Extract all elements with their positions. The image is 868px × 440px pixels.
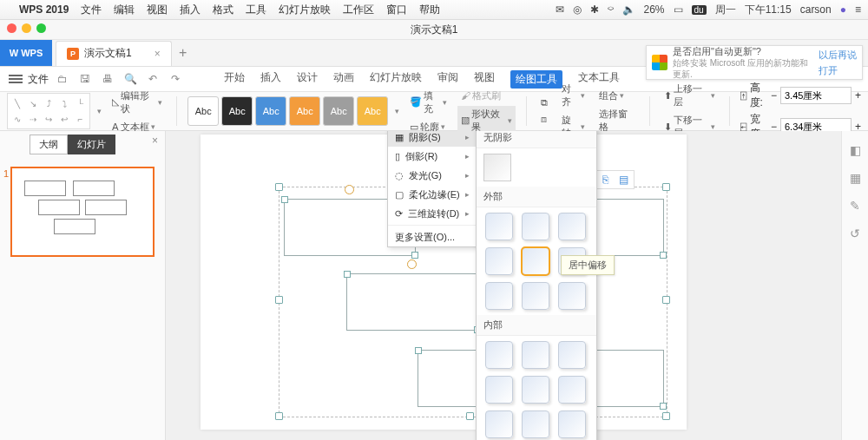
style-preset-2[interactable]: Abc	[221, 96, 253, 126]
tab-view[interactable]: 视图	[474, 70, 495, 89]
menu-file[interactable]: 文件	[81, 3, 102, 17]
menu-format[interactable]: 格式	[213, 3, 233, 17]
menu-3d-rotation[interactable]: ⟳三维旋转(D)▸	[388, 204, 477, 223]
group-icon-button[interactable]: ⧉	[537, 95, 551, 110]
airplay-icon[interactable]: ◎	[573, 3, 582, 16]
banner-open-button[interactable]: 打开	[819, 64, 857, 77]
volume-icon[interactable]: 🔈	[622, 3, 635, 16]
save-icon[interactable]: 🖫	[76, 70, 94, 88]
shape-rect[interactable]	[346, 273, 478, 331]
shadow-preset[interactable]	[485, 410, 513, 438]
align-button[interactable]: 对齐▾	[558, 81, 589, 110]
shadow-preset[interactable]	[485, 341, 513, 369]
shape-rect[interactable]	[593, 350, 664, 407]
no-shadow-option[interactable]	[483, 154, 511, 181]
battery-icon[interactable]: ▭	[674, 3, 683, 16]
preview-icon[interactable]: 🔍	[122, 70, 139, 88]
zoom-window-button[interactable]	[36, 23, 46, 33]
shadow-preset[interactable]	[558, 410, 586, 438]
file-menu[interactable]: 文件	[28, 72, 49, 87]
height-increment-button[interactable]: +	[855, 89, 861, 102]
slide-canvas[interactable]: ⊞ ≋ ⎘ ▤ ▦阴影(S)▸ ▯倒影(R)▸ ◌发光(G)▸ ▢柔化边缘(E)…	[166, 131, 841, 440]
menu-help[interactable]: 帮助	[419, 3, 440, 17]
shadow-preset[interactable]	[522, 213, 549, 240]
ungroup-icon-button[interactable]: ⧈	[537, 112, 551, 127]
shadow-preset[interactable]	[558, 341, 586, 369]
shape-style-gallery[interactable]: Abc Abc Abc Abc Abc Abc	[187, 96, 388, 126]
properties-icon[interactable]: ◧	[850, 143, 861, 157]
fill-button[interactable]: 🪣填充▾	[406, 88, 450, 117]
document-tab[interactable]: P 演示文稿1 ×	[56, 41, 172, 66]
slide-thumbnail[interactable]: 1	[10, 167, 155, 257]
wps-home-tab[interactable]: W WPS	[0, 40, 52, 66]
comments-icon[interactable]: ✎	[850, 199, 860, 213]
wechat-icon[interactable]: ✉	[556, 3, 564, 16]
print-icon[interactable]: 🖶	[99, 70, 116, 88]
undo-icon[interactable]: ↶	[144, 70, 161, 88]
app-menu-icon[interactable]	[9, 75, 23, 83]
tool-icon[interactable]: ▤	[619, 174, 628, 186]
shadow-preset[interactable]	[522, 282, 549, 310]
menu-shadow[interactable]: ▦阴影(S)▸	[388, 131, 477, 147]
shadow-preset[interactable]	[485, 376, 513, 404]
style-gallery-more-icon[interactable]: ▾	[395, 107, 399, 115]
style-preset-5[interactable]: Abc	[323, 96, 354, 126]
outline-tab[interactable]: 大纲	[30, 135, 68, 154]
menu-view[interactable]: 视图	[147, 3, 168, 17]
new-tab-button[interactable]: +	[172, 45, 194, 61]
style-preset-1[interactable]: Abc	[187, 96, 219, 126]
height-input[interactable]	[780, 87, 852, 104]
height-decrement-button[interactable]: −	[771, 89, 777, 102]
banner-later-button[interactable]: 以后再说	[819, 49, 857, 62]
menu-more-settings[interactable]: 更多设置(O)...	[388, 227, 477, 246]
menu-reflection[interactable]: ▯倒影(R)▸	[388, 147, 477, 166]
slides-tab[interactable]: 幻灯片	[68, 135, 115, 154]
tab-slideshow[interactable]: 幻灯片放映	[370, 70, 422, 89]
shadow-preset[interactable]	[558, 213, 586, 240]
redo-icon[interactable]: ↷	[167, 70, 184, 88]
tab-home[interactable]: 开始	[224, 70, 245, 89]
shadow-preset[interactable]	[558, 282, 586, 310]
animation-pane-icon[interactable]: ▦	[850, 171, 861, 185]
shadow-preset[interactable]	[522, 410, 549, 438]
format-painter-button[interactable]: 🖌格式刷	[457, 88, 516, 104]
menu-extra-icon[interactable]: ≡	[855, 3, 861, 16]
tab-insert[interactable]: 插入	[260, 70, 281, 89]
tab-review[interactable]: 审阅	[437, 70, 458, 89]
tool-icon[interactable]: ⎘	[602, 174, 608, 186]
shadow-preset-center[interactable]	[522, 247, 549, 275]
panel-close-button[interactable]: ×	[152, 135, 158, 147]
menu-edit[interactable]: 编辑	[114, 3, 135, 17]
shadow-preset[interactable]	[522, 341, 549, 369]
close-window-button[interactable]	[7, 23, 16, 33]
bluetooth-icon[interactable]: ✱	[590, 3, 599, 16]
tab-design[interactable]: 设计	[297, 70, 318, 89]
menu-soft-edges[interactable]: ▢柔化边缘(E)▸	[388, 185, 477, 204]
shape-rect[interactable]	[593, 199, 664, 256]
menu-window[interactable]: 窗口	[386, 3, 407, 17]
bring-forward-button[interactable]: ⬆上移一层▾	[661, 81, 719, 110]
history-icon[interactable]: ↺	[850, 227, 860, 240]
style-preset-3[interactable]: Abc	[255, 96, 286, 126]
style-preset-6[interactable]: Abc	[357, 96, 388, 126]
menu-workspace[interactable]: 工作区	[343, 3, 374, 17]
menu-insert[interactable]: 插入	[180, 3, 201, 17]
du-icon[interactable]: du	[692, 5, 707, 15]
shadow-preset[interactable]	[485, 247, 513, 275]
shadow-preset[interactable]	[485, 213, 513, 240]
menu-slideshow[interactable]: 幻灯片放映	[279, 3, 331, 17]
style-preset-4[interactable]: Abc	[289, 96, 320, 126]
user-name[interactable]: carson	[800, 3, 832, 16]
edit-shape-button[interactable]: ◺编辑形状▾	[108, 88, 166, 117]
tab-drawing-tools[interactable]: 绘图工具	[510, 70, 562, 89]
shape-gallery-more-icon[interactable]: ▾	[97, 107, 102, 115]
menu-tools[interactable]: 工具	[246, 3, 266, 17]
status-dot-icon[interactable]: ●	[840, 3, 846, 16]
minimize-window-button[interactable]	[22, 23, 31, 33]
open-icon[interactable]: 🗀	[54, 70, 71, 88]
app-name[interactable]: WPS 2019	[19, 3, 69, 16]
group-button[interactable]: 组合▾	[595, 88, 639, 104]
menu-glow[interactable]: ◌发光(G)▸	[388, 166, 477, 185]
shadow-preset[interactable]	[522, 376, 549, 404]
tab-animation[interactable]: 动画	[333, 70, 354, 89]
